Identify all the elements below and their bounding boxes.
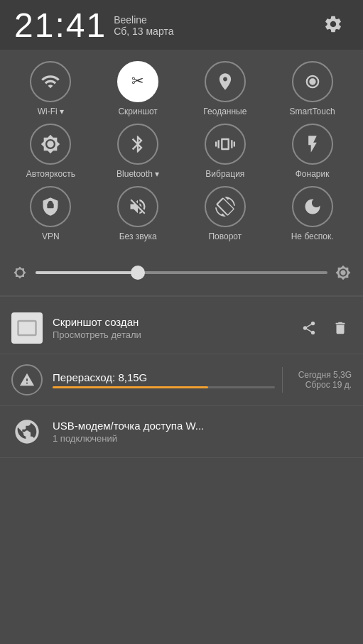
- toggle-circle-geodata: [205, 61, 246, 102]
- toggle-screenshot[interactable]: ✂ Скриншот: [99, 61, 177, 116]
- toggle-label-wifi: Wi-Fi ▾: [38, 107, 64, 116]
- data-progress-fill: [53, 386, 208, 388]
- toggle-bluetooth[interactable]: Bluetooth ▾: [99, 124, 177, 179]
- hotspot-icon: [11, 416, 43, 447]
- toggle-label-screenshot: Скриншот: [118, 107, 157, 116]
- screenshot-notif-title: Скриншот создан: [53, 316, 292, 328]
- toggle-circle-bluetooth: [117, 124, 158, 165]
- hotspot-notif-content: USB-модем/точка доступа W... 1 подключен…: [53, 420, 352, 444]
- toggle-label-dnd: Не беспок.: [291, 231, 334, 241]
- hotspot-notif-subtitle: 1 подключений: [53, 433, 352, 444]
- toggle-circle-vpn: [30, 186, 71, 227]
- toggle-label-geodata: Геоданные: [203, 107, 246, 116]
- toggle-brightness[interactable]: Автояркость: [11, 124, 90, 179]
- toggle-flashlight[interactable]: Фонарик: [273, 124, 352, 179]
- toggle-label-silent: Без звука: [119, 231, 157, 241]
- toggle-label-vibration: Вибрация: [205, 169, 244, 179]
- toggle-smarttouch[interactable]: SmartTouch: [273, 61, 352, 116]
- data-notif-title: Перерасход: 8,15G: [53, 371, 275, 383]
- date-display: Сб, 13 марта: [114, 26, 173, 37]
- brightness-low-icon: [11, 264, 28, 281]
- data-today: Сегодня 5,3G: [298, 370, 352, 380]
- svg-point-2: [309, 78, 315, 84]
- toggle-vpn[interactable]: VPN: [11, 186, 90, 241]
- toggle-label-flashlight: Фонарик: [296, 169, 330, 179]
- data-reset: Сброс 19 д.: [298, 380, 352, 390]
- settings-button[interactable]: [318, 10, 349, 41]
- toggle-vibration[interactable]: Вибрация: [186, 124, 264, 179]
- carrier-name: Beeline: [114, 14, 147, 26]
- quick-toggles: Wi-Fi ▾ ✂ Скриншот Геоданные SmartTouch: [0, 50, 363, 256]
- brightness-fill: [36, 271, 138, 274]
- notification-data[interactable]: Перерасход: 8,15G Сегодня 5,3G Сброс 19 …: [0, 354, 363, 406]
- data-warning-icon: [11, 364, 43, 395]
- toggle-circle-wifi: [30, 61, 71, 102]
- toggle-row-2: Автояркость Bluetooth ▾ Вибрация Фонарик: [7, 124, 356, 179]
- toggle-circle-screenshot: ✂: [117, 61, 158, 102]
- toggle-label-rotate: Поворот: [208, 231, 242, 241]
- toggle-silent[interactable]: Без звука: [99, 186, 177, 241]
- main-divider: [0, 295, 363, 297]
- notification-hotspot[interactable]: USB-модем/точка доступа W... 1 подключен…: [0, 406, 363, 458]
- toggle-geodata[interactable]: Геоданные: [186, 61, 264, 116]
- toggle-rotate[interactable]: Поворот: [186, 186, 264, 241]
- status-bar: 21:41 Beeline Сб, 13 марта: [0, 0, 363, 50]
- notification-screenshot[interactable]: Скриншот создан Просмотреть детали: [0, 302, 363, 354]
- toggle-dnd[interactable]: Не беспок.: [273, 186, 352, 241]
- toggle-circle-silent: [117, 186, 158, 227]
- brightness-thumb[interactable]: [131, 266, 145, 280]
- brightness-high-icon: [335, 264, 352, 281]
- screenshot-notif-content: Скриншот создан Просмотреть детали: [53, 316, 292, 340]
- toggle-row-1: Wi-Fi ▾ ✂ Скриншот Геоданные SmartTouch: [7, 61, 356, 116]
- toggle-row-3: VPN Без звука Поворот Не беспок.: [7, 186, 356, 241]
- toggle-label-smarttouch: SmartTouch: [290, 107, 335, 116]
- toggle-label-vpn: VPN: [42, 231, 60, 241]
- brightness-slider-row: [0, 256, 363, 290]
- toggle-circle-vibration: [205, 124, 246, 165]
- hotspot-notif-title: USB-модем/точка доступа W...: [53, 420, 352, 432]
- data-notif-content: Перерасход: 8,15G: [53, 371, 275, 388]
- toggle-wifi[interactable]: Wi-Fi ▾: [11, 61, 90, 116]
- clock: 21:41: [14, 9, 107, 43]
- share-button[interactable]: [298, 317, 320, 339]
- toggle-circle-flashlight: [292, 124, 333, 165]
- toggle-circle-rotate: [205, 186, 246, 227]
- date-carrier: Beeline Сб, 13 марта: [114, 14, 173, 37]
- toggle-circle-smarttouch: [292, 61, 333, 102]
- svg-text:✂: ✂: [131, 72, 144, 89]
- gear-icon: [323, 14, 343, 37]
- notifications-area: Скриншот создан Просмотреть детали Перер…: [0, 302, 363, 458]
- toggle-circle-brightness: [30, 124, 71, 165]
- toggle-circle-dnd: [292, 186, 333, 227]
- status-left: 21:41 Beeline Сб, 13 марта: [14, 9, 173, 43]
- screenshot-notif-actions: [298, 317, 352, 339]
- screenshot-thumbnail: [11, 312, 43, 344]
- data-progress-bar: [53, 386, 275, 388]
- toggle-label-bluetooth: Bluetooth ▾: [117, 169, 159, 179]
- delete-button[interactable]: [329, 317, 352, 339]
- notif-divider: [282, 367, 283, 393]
- brightness-slider[interactable]: [36, 271, 327, 274]
- toggle-label-brightness: Автояркость: [26, 169, 75, 179]
- screenshot-notif-subtitle: Просмотреть детали: [53, 329, 292, 340]
- data-right-info: Сегодня 5,3G Сброс 19 д.: [298, 370, 352, 390]
